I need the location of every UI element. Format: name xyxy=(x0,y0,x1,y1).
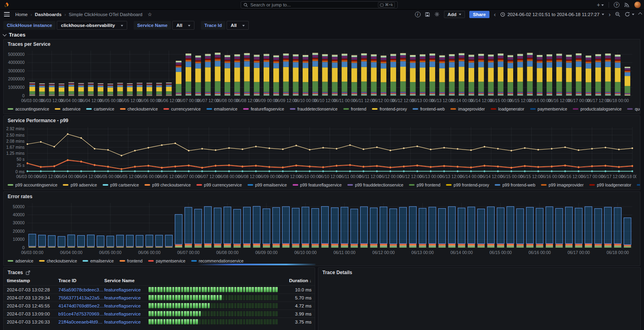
legend-item[interactable]: p99 loadgenerator xyxy=(589,182,631,187)
panel-title[interactable]: Traces xyxy=(8,270,23,275)
legend-item[interactable]: frauddetectionservice xyxy=(290,107,338,111)
table-row[interactable]: 2024-07-03 12:45:5541474d0769d85ee2828..… xyxy=(4,301,315,310)
panel-title[interactable]: Trace Details xyxy=(322,270,352,275)
panel-title[interactable]: Service Performance - p99 xyxy=(8,118,68,123)
zoom-out-icon[interactable] xyxy=(615,12,620,17)
legend-item[interactable]: paymentservice xyxy=(530,107,568,111)
legend-color-marker xyxy=(627,108,633,110)
search-input[interactable] xyxy=(250,2,376,7)
legend-item[interactable]: featureflagservice xyxy=(243,107,284,111)
trace-id-link[interactable]: b91ce47d753709695f1d... xyxy=(58,312,104,316)
legend-item[interactable]: adservice xyxy=(8,258,33,263)
refresh-icon[interactable] xyxy=(625,12,630,17)
legend-item[interactable]: p99 adservice xyxy=(63,182,97,187)
time-back-icon[interactable]: ‹ xyxy=(494,12,496,16)
legend-item[interactable]: p99 accountingservice xyxy=(8,182,57,187)
legend-item[interactable]: quoteservice xyxy=(627,107,640,111)
filter-value-dropdown[interactable]: All xyxy=(227,21,249,30)
user-avatar[interactable] xyxy=(634,2,641,8)
save-icon[interactable] xyxy=(425,12,430,17)
column-header[interactable]: Service Name xyxy=(104,278,147,283)
menu-toggle-icon[interactable] xyxy=(4,12,10,16)
breadcrumb-dashboards[interactable]: Dashboards xyxy=(35,12,62,17)
legend-item[interactable]: frontend-proxy xyxy=(372,107,407,111)
trace-id-link[interactable]: 21ff4a0ceeaeb4fd90af0... xyxy=(58,320,104,324)
service-name-link[interactable]: featureflagservice xyxy=(104,312,147,316)
column-header[interactable]: timestamp xyxy=(7,278,58,283)
line-chart[interactable]: 0 ms25 s50 s1.25 mins1.67 mins2.08 mins2… xyxy=(4,124,640,181)
favorite-star-icon[interactable]: ☆ xyxy=(148,12,152,17)
dashboard-insights-icon[interactable]: i xyxy=(415,12,421,17)
legend-item[interactable]: imageprovider xyxy=(450,107,485,111)
service-name-link[interactable]: featureflagservice xyxy=(104,295,147,300)
legend-item[interactable]: p99 emailservice xyxy=(248,182,287,187)
legend-item[interactable]: emailservice xyxy=(83,258,114,263)
legend-item[interactable]: emailservice xyxy=(206,107,237,111)
expand-icon[interactable] xyxy=(26,271,30,275)
legend-item[interactable]: p99 frauddetectionservice xyxy=(347,182,403,187)
legend-item[interactable]: frontend xyxy=(343,107,367,111)
news-rss-icon[interactable] xyxy=(624,2,630,8)
svg-text:06/13 00:00: 06/13 00:00 xyxy=(411,98,434,103)
share-button[interactable]: Share xyxy=(469,11,489,18)
trace-id-link[interactable]: 745a59078cbdeec39b7... xyxy=(58,287,104,292)
column-header[interactable]: Duration↓ xyxy=(279,278,312,283)
legend-item[interactable]: recommendationservice xyxy=(191,258,244,263)
legend-item[interactable]: frontend xyxy=(120,258,143,263)
legend-item[interactable]: frontend-web xyxy=(413,107,445,111)
collapse-toolbar-icon[interactable] xyxy=(638,12,642,16)
legend-item[interactable]: checkoutservice xyxy=(39,258,77,263)
filter-value-dropdown[interactable]: clickhouse-observability xyxy=(57,21,127,30)
legend-item[interactable]: p99 cartservice xyxy=(103,182,139,187)
table-row[interactable]: 2024-07-03 13:09:00b91ce47d753709695f1d.… xyxy=(4,310,315,318)
legend-item[interactable]: p99 checkoutservice xyxy=(144,182,191,187)
new-button[interactable]: + xyxy=(597,2,604,8)
legend-item[interactable]: adservice xyxy=(55,107,80,111)
filter-label[interactable]: ClickHouse instance xyxy=(3,21,56,30)
legend-item[interactable]: p99 currencyservice xyxy=(196,182,242,187)
legend-item[interactable]: currencyservice xyxy=(163,107,201,111)
legend-item[interactable]: p99 frontend-proxy xyxy=(446,182,489,187)
grafana-logo-icon[interactable] xyxy=(4,2,10,8)
bar-chart[interactable]: 0100002000030000400005000006/03 00:0006/… xyxy=(4,200,640,257)
trace-id-link[interactable]: 41474d0769d85ee2828... xyxy=(58,303,104,308)
time-forward-icon[interactable]: › xyxy=(609,12,611,16)
stacked-bar-chart[interactable]: 01000000200000030000004000000500000006/0… xyxy=(4,47,640,105)
legend-item[interactable]: productcatalogservice xyxy=(573,107,621,111)
legend-item[interactable]: cartservice xyxy=(86,107,114,111)
service-name-link[interactable]: featureflagservice xyxy=(104,287,147,292)
legend-label: featureflagservice xyxy=(251,107,284,111)
breadcrumb-home[interactable]: Home xyxy=(15,12,28,17)
legend-item[interactable]: p99 paymentservice xyxy=(637,182,640,187)
legend-item[interactable]: p99 imageprovider xyxy=(541,182,584,187)
table-row[interactable]: 2024-07-03 13:26:3321ff4a0ceeaeb4fd90af0… xyxy=(4,318,315,326)
legend-item[interactable]: loadgenerator xyxy=(491,107,524,111)
section-row-traces[interactable]: Traces xyxy=(3,32,25,38)
legend-item[interactable]: p99 frontend xyxy=(409,182,440,187)
panel-title[interactable]: Traces per Service xyxy=(8,41,50,47)
refresh-interval-chevron-icon[interactable] xyxy=(632,14,634,16)
legend-item[interactable]: checkoutservice xyxy=(120,107,158,111)
filter-label[interactable]: Service Name xyxy=(134,21,171,30)
legend-item[interactable]: p99 featureflagservice xyxy=(293,182,342,187)
legend-color-marker xyxy=(120,108,126,110)
filter-label[interactable]: Trace Id xyxy=(201,21,225,30)
trace-id-link[interactable]: 75563771413a22a54618... xyxy=(58,295,104,300)
global-search[interactable]: ⌘+k xyxy=(241,1,398,8)
legend-label: checkoutservice xyxy=(47,258,77,263)
settings-gear-icon[interactable] xyxy=(434,12,440,17)
legend-item[interactable]: p99 frontend-web xyxy=(495,182,535,187)
legend-item[interactable]: accountingservice xyxy=(8,107,49,111)
timestamp-cell: 2024-07-03 13:29:34 xyxy=(7,295,58,300)
help-icon[interactable]: ? xyxy=(614,2,619,8)
panel-title[interactable]: Error rates xyxy=(8,194,32,199)
column-header[interactable]: Trace ID xyxy=(58,278,104,283)
add-button[interactable]: Add xyxy=(444,11,465,18)
time-range-picker[interactable]: 2024-06-02 12:01:51 to 2024-06-18 11:27:… xyxy=(500,12,605,17)
service-name-link[interactable]: featureflagservice xyxy=(104,303,147,308)
table-row[interactable]: 2024-07-03 13:02:28745a59078cbdeec39b7..… xyxy=(4,285,315,293)
service-name-link[interactable]: featureflagservice xyxy=(104,320,147,324)
table-row[interactable]: 2024-07-03 13:29:3475563771413a22a54618.… xyxy=(4,293,315,301)
legend-item[interactable]: paymentservice xyxy=(148,258,186,263)
filter-value-dropdown[interactable]: All xyxy=(172,21,194,30)
